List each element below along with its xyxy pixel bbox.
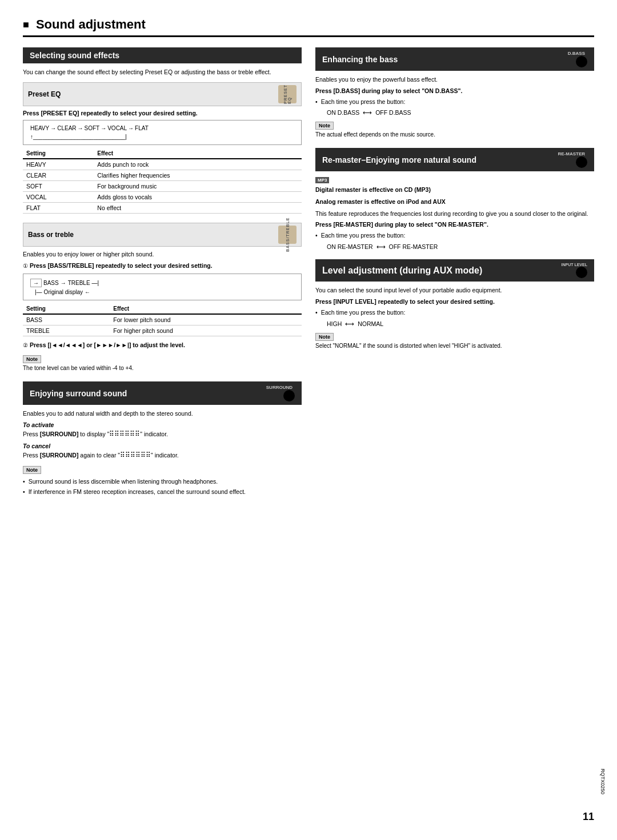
preset-eq-icon: PRESET EQ (278, 85, 297, 103)
surround-enables-text: Enables you to add natural width and dep… (23, 409, 302, 418)
treble-text: TREBLE (68, 280, 90, 286)
surround-indicator2: ⠿⠿⠿⠿⠿⠿ (120, 451, 151, 459)
eq-vocal: VOCAL (107, 125, 127, 131)
high-state: HIGH (327, 320, 342, 327)
remaster-header: Re-master–Enjoying more natural sound RE… (315, 148, 594, 171)
page-number: 11 (583, 811, 594, 823)
dbass-on: ON D.BASS (327, 109, 359, 116)
mp3-badge: MP3 (315, 177, 329, 183)
level-header: Level adjustment (during AUX mode) INPUT… (315, 259, 594, 282)
surround-note-box: Note (23, 466, 41, 474)
bass-arrow: → (61, 280, 66, 286)
surround-bullet-2: If interference in FM stereo reception i… (23, 488, 302, 496)
input-level-btn-label: INPUT LEVEL (561, 263, 587, 267)
remaster-analog: Analog remaster is effective on iPod and… (315, 198, 594, 206)
bass-label: → (30, 279, 42, 287)
eq-arrow3: → (101, 125, 106, 131)
bass-treble-subheader: Bass or treble BASS/TREBLE (23, 223, 302, 247)
level-note-text: Select "NORMAL" if the sound is distorte… (315, 342, 594, 350)
remaster-digital: Digital remaster is effective on CD (MP3… (315, 186, 594, 194)
dbass-btn-label: D.BASS (568, 51, 585, 56)
remaster-btn-label: RE-MASTER (558, 151, 585, 156)
surround-press-bold: [SURROUND] (40, 431, 79, 437)
preset-eq-label: Preset EQ (28, 90, 61, 98)
bass-cycle-sub: |— Original display ← (35, 289, 294, 295)
surround-btn-label: SURROUND (266, 385, 293, 390)
remaster-btn-icon (576, 156, 587, 168)
right-column: Enhancing the bass D.BASS Enables you to… (315, 47, 594, 505)
selecting-intro: You can change the sound effect by selec… (23, 68, 302, 77)
eq-flat: FLAT (135, 125, 149, 131)
dbass-btn-icon (576, 56, 587, 67)
bass-treble-table: Setting Effect BASS For lower pitch soun… (23, 304, 302, 336)
bass-enables-text: Enables you to enjoy lower or higher pit… (23, 250, 302, 259)
bass-press2-text: Press [|◄◄/◄◄◄] or [►►►/►►|] to adjust t… (30, 341, 185, 348)
surround-indicator1: ⠿⠿⠿⠿⠿⠿ (109, 430, 140, 438)
eq-back-line: ↑_____________________________| (30, 134, 127, 140)
remaster-each-time: Each time you press the button: (321, 231, 406, 240)
table-row: CLEAR Clarifies higher frequencies (23, 170, 302, 180)
surround-header-right: SURROUND (266, 385, 295, 401)
level-note-box: Note (315, 333, 334, 341)
bass-note-text: The tone level can be varied within -4 t… (23, 364, 302, 372)
input-level-btn-icon (576, 267, 587, 278)
enhancing-enables-text: Enables you to enjoy the powerful bass e… (315, 75, 594, 84)
eq-arrow1: → (50, 125, 56, 131)
preset-eq-table: Setting Effect HEAVY Adds punch to rock … (23, 148, 302, 214)
table-row: VOCAL Adds gloss to vocals (23, 191, 302, 202)
eq-arrow4: → (128, 125, 134, 131)
surround-cancel-bold: [SURROUND] (40, 452, 79, 459)
selecting-title: Selecting sound effects (30, 51, 119, 60)
bass-instruction-text: Press [BASS/TREBLE] repeatedly to select… (30, 262, 213, 269)
level-intro: You can select the sound input level of … (315, 286, 594, 295)
bass-text: BASS (43, 280, 59, 286)
enhancing-bullet: Each time you press the button: (315, 98, 594, 106)
enhancing-note-box: Note (315, 122, 334, 130)
eq-cycle-diagram: HEAVY → CLEAR → SOFT → VOCAL → FLAT ↑___… (23, 120, 302, 145)
table-row: FLAT No effect (23, 202, 302, 213)
table-row: BASS For lower pitch sound (23, 314, 302, 325)
remaster-bullet: Each time you press the button: (315, 231, 594, 240)
enhancing-section: Enhancing the bass D.BASS Enables you to… (315, 47, 594, 139)
surround-btn-icon (283, 390, 295, 401)
page-code: RQTX0250 (600, 769, 606, 794)
surround-cancel-label: To cancel (23, 443, 302, 449)
left-column: Selecting sound effects You can change t… (23, 47, 302, 505)
level-title: Level adjustment (during AUX mode) (322, 266, 482, 276)
page-title: Sound adjustment (23, 17, 594, 37)
bass-press2: ② Press [|◄◄/◄◄◄] or [►►►/►►|] to adjust… (23, 341, 302, 349)
level-bullet: Each time you press the button: (315, 308, 594, 317)
dbass-off: OFF D.BASS (375, 109, 411, 116)
preset-col-setting: Setting (23, 148, 94, 159)
bass-press-instruction: ① Press [BASS/TREBLE] repeatedly to sele… (23, 262, 302, 270)
treble-end: —| (92, 280, 99, 286)
preset-col-effect: Effect (94, 148, 302, 159)
preset-eq-subheader: Preset EQ PRESET EQ (23, 82, 302, 106)
bass-cycle-diagram: → BASS → TREBLE —| |— Original display ← (23, 274, 302, 300)
bass-treble-label: Bass or treble (28, 231, 74, 239)
eq-soft: SOFT (85, 125, 100, 131)
enhancing-press-text: Press [D.BASS] during play to select "ON… (315, 87, 462, 94)
eq-arrow2: → (78, 125, 83, 131)
back-arrow2: ← (85, 289, 90, 295)
remaster-onoff-flow: ON RE-MASTER ⟷ OFF RE-MASTER (327, 243, 594, 250)
eq-heavy: HEAVY (30, 125, 49, 131)
high-normal-arrow: ⟷ (345, 320, 354, 327)
enhancing-press: Press [D.BASS] during play to select "ON… (315, 87, 594, 94)
dbass-onoff-flow: ON D.BASS ⟷ OFF D.BASS (327, 109, 594, 116)
remaster-header-right: RE-MASTER (558, 151, 587, 168)
eq-back-arrow: ↑_____________________________| (30, 134, 294, 140)
original-display: Original display (44, 289, 83, 295)
remaster-title: Re-master–Enjoying more natural sound (322, 155, 476, 164)
remaster-on: ON RE-MASTER (327, 243, 373, 250)
surround-activate-label: To activate (23, 421, 302, 428)
level-press: Press [INPUT LEVEL] repeatedly to select… (315, 298, 594, 305)
surround-header: Enjoying surround sound SURROUND (23, 381, 302, 405)
enhancing-header: Enhancing the bass D.BASS (315, 47, 594, 71)
selecting-header: Selecting sound effects (23, 47, 302, 63)
enhancing-note-text: The actual effect depends on the music s… (315, 131, 594, 139)
table-row: HEAVY Adds punch to rock (23, 159, 302, 170)
surround-title: Enjoying surround sound (30, 389, 127, 398)
level-each-time: Each time you press the button: (321, 308, 406, 317)
table-row: SOFT For background music (23, 180, 302, 191)
